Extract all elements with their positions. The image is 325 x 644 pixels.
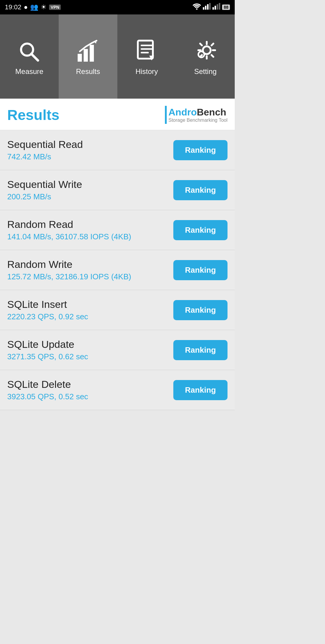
tab-measure-label: Measure: [15, 67, 43, 76]
brand-name-part2: Bench: [197, 107, 226, 118]
tab-results-label: Results: [76, 67, 100, 76]
result-info: SQLite Insert2220.23 QPS, 0.92 sec: [7, 299, 173, 321]
history-icon: [133, 37, 160, 64]
result-title: SQLite Delete: [7, 379, 173, 390]
results-icon: [75, 37, 102, 64]
ranking-button[interactable]: Ranking: [173, 180, 228, 200]
page-title: Results: [7, 107, 59, 123]
ranking-button[interactable]: Ranking: [173, 300, 228, 320]
svg-rect-13: [90, 45, 94, 62]
result-info: Random Write125.72 MB/s, 32186.19 IOPS (…: [7, 259, 173, 281]
result-row: Random Read141.04 MB/s, 36107.58 IOPS (4…: [0, 210, 235, 250]
brand-name-part1: Andro: [169, 107, 197, 118]
tab-setting[interactable]: Setting: [176, 14, 235, 99]
svg-rect-8: [219, 3, 220, 10]
signal2-icon: [212, 3, 220, 11]
result-info: Sequential Read742.42 MB/s: [7, 139, 173, 161]
result-title: Sequential Read: [7, 139, 173, 150]
result-row: SQLite Update3271.35 QPS, 0.62 secRankin…: [0, 330, 235, 370]
svg-rect-12: [84, 49, 88, 62]
wifi-icon: [193, 3, 201, 11]
ranking-button[interactable]: Ranking: [173, 340, 228, 360]
ranking-button[interactable]: Ranking: [173, 220, 228, 240]
result-value: 3271.35 QPS, 0.62 sec: [7, 352, 173, 361]
svg-rect-6: [215, 6, 216, 10]
result-row: Sequential Write200.25 MB/sRanking: [0, 170, 235, 210]
status-time: 19:02: [5, 3, 21, 11]
result-row: SQLite Insert2220.23 QPS, 0.92 secRankin…: [0, 290, 235, 330]
status-bar: 19:02 ● 👥 ☀ VPN: [0, 0, 235, 14]
ranking-button[interactable]: Ranking: [173, 380, 228, 400]
status-right: 88: [193, 3, 230, 11]
svg-rect-1: [203, 7, 204, 10]
brand-text-wrapper: AndroBench Storage Benchmarking Tool: [169, 107, 228, 123]
status-people-icon: 👥: [30, 3, 38, 11]
result-value: 141.04 MB/s, 36107.58 IOPS (4KB): [7, 232, 173, 241]
svg-rect-7: [217, 4, 218, 10]
result-value: 3923.05 QPS, 0.52 sec: [7, 392, 173, 401]
status-brightness-icon: ☀: [41, 3, 47, 11]
ranking-button[interactable]: Ranking: [173, 140, 228, 160]
tab-history[interactable]: History: [117, 14, 176, 99]
brand-bar: [165, 106, 167, 124]
svg-rect-11: [78, 54, 82, 62]
brand-subtitle: Storage Benchmarking Tool: [169, 118, 228, 123]
svg-rect-5: [212, 7, 214, 10]
result-info: Random Read141.04 MB/s, 36107.58 IOPS (4…: [7, 219, 173, 241]
result-info: SQLite Delete3923.05 QPS, 0.52 sec: [7, 379, 173, 401]
svg-rect-2: [205, 6, 206, 10]
svg-rect-3: [207, 4, 209, 10]
result-info: SQLite Update3271.35 QPS, 0.62 sec: [7, 339, 173, 361]
status-notif: ●: [24, 3, 28, 11]
svg-line-10: [31, 54, 38, 60]
result-title: Sequential Write: [7, 179, 173, 190]
result-value: 742.42 MB/s: [7, 152, 173, 161]
result-row: Random Write125.72 MB/s, 32186.19 IOPS (…: [0, 250, 235, 290]
vpn-badge: VPN: [49, 5, 61, 10]
result-title: SQLite Update: [7, 339, 173, 350]
ranking-button[interactable]: Ranking: [173, 260, 228, 280]
brand-logo: AndroBench Storage Benchmarking Tool: [165, 106, 228, 124]
tab-history-label: History: [135, 67, 158, 76]
bottom-space: [0, 410, 235, 530]
result-title: Random Read: [7, 219, 173, 230]
result-row: Sequential Read742.42 MB/sRanking: [0, 130, 235, 170]
result-value: 200.25 MB/s: [7, 192, 173, 201]
tab-results[interactable]: Results: [59, 14, 117, 99]
svg-rect-4: [209, 3, 211, 10]
status-left: 19:02 ● 👥 ☀ VPN: [5, 3, 61, 11]
page-header: Results AndroBench Storage Benchmarking …: [0, 99, 235, 130]
result-title: SQLite Insert: [7, 299, 173, 310]
result-title: Random Write: [7, 259, 173, 270]
tab-setting-label: Setting: [194, 67, 217, 76]
result-row: SQLite Delete3923.05 QPS, 0.52 secRankin…: [0, 370, 235, 410]
signal-icon: [203, 3, 211, 11]
result-info: Sequential Write200.25 MB/s: [7, 179, 173, 201]
result-value: 2220.23 QPS, 0.92 sec: [7, 312, 173, 321]
tab-measure[interactable]: Measure: [0, 14, 59, 99]
measure-icon: [16, 37, 43, 64]
svg-point-0: [196, 8, 198, 10]
battery-badge: 88: [222, 5, 230, 10]
brand-name: AndroBench: [169, 107, 228, 118]
setting-icon: [192, 37, 219, 64]
tab-bar: Measure Results History: [0, 14, 235, 99]
results-list: Sequential Read742.42 MB/sRankingSequent…: [0, 130, 235, 410]
result-value: 125.72 MB/s, 32186.19 IOPS (4KB): [7, 272, 173, 281]
